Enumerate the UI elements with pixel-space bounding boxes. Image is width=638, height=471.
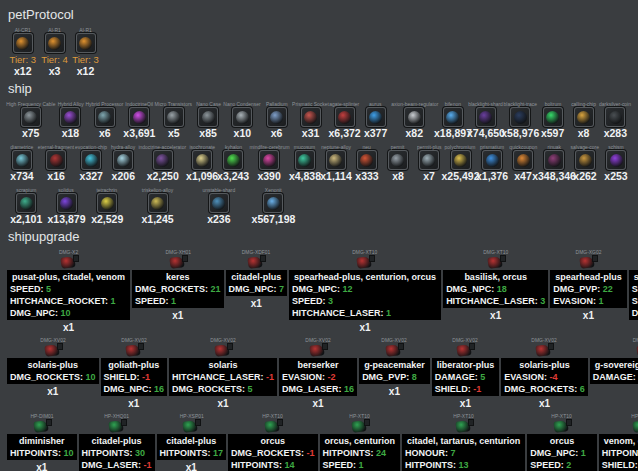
upgrade-card[interactable]: HP-XHQ01citadel-plusHITPOINTS: 30DMG_LAS…: [79, 412, 155, 471]
material-icon: [85, 154, 98, 167]
ship-item[interactable]: tetrachrinx2,529: [87, 186, 127, 226]
ship-item[interactable]: Palladiumx6: [262, 100, 292, 140]
material-icon: [369, 111, 382, 124]
upgrade-card[interactable]: DMG-XV02solaris-plusDMG_ROCKETS: 10x1: [7, 336, 99, 398]
stat-box: solarisHITCHANCE_LASER: -1DMG_ROCKETS: 5: [169, 358, 277, 396]
ship-item[interactable]: Hybrid Alloyx18: [55, 100, 85, 140]
upgrade-card[interactable]: DMG-XDF01citadel-plusDMG_NPC: 7x1: [226, 248, 288, 310]
stat-line: SPEED: 5: [10, 283, 127, 295]
ship-item[interactable]: polychromiumx25,492: [445, 143, 476, 183]
upgrade-card[interactable]: DMG-XV02berserkerEVASION: -2DMG_LASER: 1…: [279, 336, 357, 410]
ship-item[interactable]: Nano Casex85: [193, 100, 223, 140]
ship-item-icon: [12, 150, 32, 170]
upgrade-card[interactable]: DMG-ZPVPg-sovereign, pusat-plusDAMAGE: 7…: [590, 336, 638, 398]
stat-line: HITPOINTS: 17: [160, 447, 224, 459]
ship-item[interactable]: evocation-chipx327: [75, 143, 107, 183]
ship-item[interactable]: IndoctrineOilx3,691: [124, 100, 154, 140]
upgrade-card[interactable]: DMG-XV02liberator-plusDAMAGE: 5SHIELD: -…: [432, 336, 500, 410]
ship-item[interactable]: neptune-alloyx1,114: [321, 143, 351, 183]
stat-value: -1: [307, 448, 315, 458]
ship-item[interactable]: solidusx13,879: [47, 186, 87, 226]
ship-item[interactable]: kyhalonx3,243: [218, 143, 248, 183]
ship-item[interactable]: rinuakx348,346: [539, 143, 569, 183]
item-type-label: DMG-XV02: [121, 339, 146, 342]
material-icon: [329, 154, 342, 167]
material-icon: [517, 154, 530, 167]
item-type-label: boltrum: [544, 103, 561, 106]
upgrade-card[interactable]: DMG-XU03solaris-plus, solace-plusSHIELD:…: [629, 248, 638, 334]
stat-label: EVASION:: [282, 372, 327, 382]
stat-line: DMG_LASER: 16: [282, 383, 354, 395]
ship-item[interactable]: diametricex734: [7, 143, 37, 183]
upgrade-card[interactable]: DMG-XV02g-peacemakerDMG_PVP: 8x1: [359, 336, 430, 398]
ship-item[interactable]: boltrumx597: [538, 100, 568, 140]
pet-item[interactable]: AI-CR1Tier: 3x12: [7, 26, 39, 78]
ship-item[interactable]: isochronatex1,096: [187, 143, 217, 183]
ship-item[interactable]: High Frequency Cablex75: [7, 100, 54, 140]
ship-item[interactable]: indoctrine-acceleratorx2,250: [139, 143, 186, 183]
item-count: x10: [234, 127, 252, 140]
item-count: x236: [207, 213, 230, 226]
upgrade-card[interactable]: HP-XT10orcusDMG_ROCKETS: -1HITPOINTS: 14…: [228, 412, 318, 471]
ship-item[interactable]: Micro Transistorsx5: [155, 100, 192, 140]
upgrade-card[interactable]: DMG-XV02solarisHITCHANCE_LASER: -1DMG_RO…: [169, 336, 277, 410]
ship-item[interactable]: axion-beam-regulatorx82: [392, 100, 437, 140]
ship-item-icon: [295, 150, 315, 170]
ship-item[interactable]: darksilver-coinx283: [600, 100, 631, 140]
ship-item[interactable]: Nano Condenserx10: [224, 100, 261, 140]
ship-item[interactable]: schismx253: [601, 143, 631, 183]
ship-item-icon: [482, 150, 502, 170]
ship-item[interactable]: agate-splinterx6,372: [330, 100, 360, 140]
stat-box: solaris-plusEVASION: -4DMG_ROCKETS: 6: [501, 358, 588, 396]
upgrade-card[interactable]: HP-XT10orcusDMG_NPC: 1SPEED: 2HITPOINTS:…: [527, 412, 597, 471]
stat-label: SPEED:: [530, 460, 566, 470]
pet-item[interactable]: AI-R1Tier: 4x3: [40, 26, 70, 78]
material-icon: [422, 154, 435, 167]
stat-box: citadel, tartarus, centurionHONOUR: 7HIT…: [402, 434, 525, 471]
upgrade-card[interactable]: DMG-XT10spearhead-plus, centurion, orcus…: [289, 248, 441, 334]
item-count: x1: [63, 321, 74, 334]
upgrade-card[interactable]: HP-XSP01citadel-plusHITPOINTS: 17x1: [157, 412, 227, 471]
item-type-label: Palladium: [266, 103, 288, 106]
ship-item[interactable]: blacklight-tracex58,976: [504, 100, 537, 140]
ship-item[interactable]: hydra-alloyx206: [108, 143, 138, 183]
ship-item[interactable]: blacklight-shardx74,650: [469, 100, 503, 140]
ship-item[interactable]: mucosumx4,838: [290, 143, 320, 183]
item-count: x206: [112, 170, 135, 183]
ship-item[interactable]: neux333: [352, 143, 382, 183]
upgrade-card[interactable]: DMG-XT10basilisk, orcusDMG_NPC: 18HITCHA…: [443, 248, 548, 322]
ship-item[interactable]: Xenonitx567,198: [251, 186, 297, 226]
upgrade-card[interactable]: DMG-XV02goliath-plusSHIELD: -1DMG_NPC: 1…: [101, 336, 168, 410]
upgrade-card[interactable]: HP-XT10citadel, tartarus, centurionHONOU…: [402, 412, 525, 471]
item-type-label: DMG-XDF01: [242, 251, 271, 254]
ship-item[interactable]: triskelion-alloyx1,245: [128, 186, 187, 226]
upgrade-card[interactable]: DMG-XG02spearhead-plusDMG_PVP: 22EVASION…: [550, 248, 627, 322]
ship-item[interactable]: scrapiumx2,101: [7, 186, 46, 226]
pet-item[interactable]: AI-R1Tier: 3x12: [71, 26, 101, 78]
upgrade-card[interactable]: DMG-XV02solaris-plusEVASION: -4DMG_ROCKE…: [501, 336, 588, 410]
ship-item[interactable]: calling-chipx8: [569, 100, 599, 140]
upgrade-card[interactable]: DMG-X2pusat-plus, citadel, venomSPEED: 5…: [7, 248, 130, 334]
item-count: x74,650: [467, 127, 505, 140]
ship-item[interactable]: unstable-shardx236: [188, 186, 250, 226]
upgrade-card[interactable]: DMG-XH01keresDMG_ROCKETS: 21SPEED: 1x1: [132, 248, 224, 322]
ship-item[interactable]: eternal-fragmentx16: [38, 143, 74, 183]
module-icon: [536, 343, 552, 357]
upgrade-card[interactable]: HP-XT10orcus, centurionHITPOINTS: 24SPEE…: [320, 412, 401, 471]
ship-item[interactable]: bifenonx18,897: [438, 100, 468, 140]
ship-item[interactable]: aurusx377: [361, 100, 391, 140]
stat-line: HITPOINTS: 10: [10, 447, 74, 459]
ship-item[interactable]: permit-plusx7: [414, 143, 444, 183]
ship-item[interactable]: mindfire-cerebrumx390: [249, 143, 289, 183]
module-badge: [592, 255, 598, 262]
upgrade-card[interactable]: HP-DIM01diminisherHITPOINTS: 10x1: [7, 412, 77, 471]
ship-item[interactable]: Hybrid Processorx6: [86, 100, 123, 140]
ship-item[interactable]: Prismatic Socketx31: [293, 100, 329, 140]
upgrade-card[interactable]: HP-XT10venom, centurionHITPOINTS: 25SHIE…: [599, 412, 638, 471]
ship-item[interactable]: prismatiumx1,376: [477, 143, 507, 183]
material-icon: [479, 111, 492, 124]
material-icon: [16, 154, 29, 167]
ship-item[interactable]: permitx8: [383, 143, 413, 183]
ship-item[interactable]: salvage-corex262: [570, 143, 600, 183]
stat-label: DMG_NPC:: [104, 384, 155, 394]
